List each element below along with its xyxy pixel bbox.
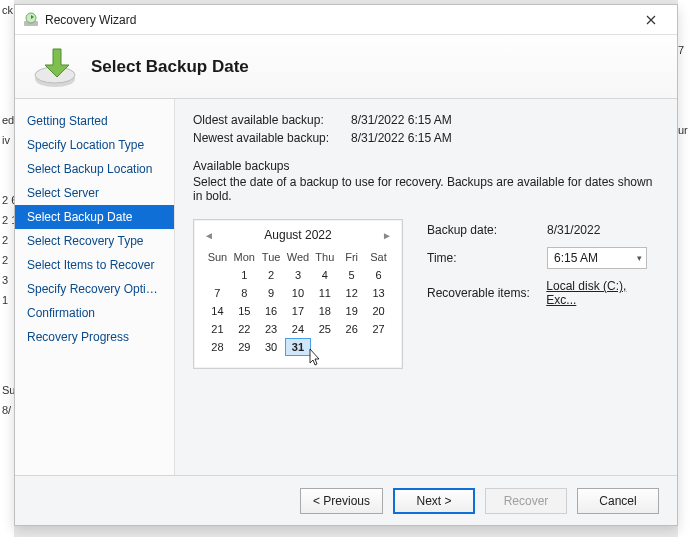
calendar-day[interactable]: 4: [311, 266, 338, 284]
calendar-week-row: 21222324252627: [204, 320, 392, 338]
wizard-steps-sidebar: Getting Started Specify Location Type Se…: [15, 99, 175, 475]
calendar-day[interactable]: 1: [231, 266, 258, 284]
calendar-week-row: 28293031: [204, 338, 392, 356]
calendar-day[interactable]: 2: [258, 266, 285, 284]
recover-button: Recover: [485, 488, 567, 514]
calendar-day[interactable]: 28: [204, 338, 231, 356]
calendar-day[interactable]: 11: [311, 284, 338, 302]
time-label: Time:: [427, 251, 547, 265]
time-value: 6:15 AM: [554, 251, 598, 265]
calendar-day[interactable]: 27: [365, 320, 392, 338]
weekday-mon: Mon: [231, 248, 258, 266]
calendar-day[interactable]: 22: [231, 320, 258, 338]
calendar-day[interactable]: 16: [258, 302, 285, 320]
weekday-tue: Tue: [258, 248, 285, 266]
app-icon: [23, 12, 39, 28]
backup-date-value: 8/31/2022: [547, 223, 600, 237]
calendar-day[interactable]: 25: [311, 320, 338, 338]
step-specify-recovery-options[interactable]: Specify Recovery Options: [15, 277, 174, 301]
next-button[interactable]: Next >: [393, 488, 475, 514]
calendar-day[interactable]: 19: [338, 302, 365, 320]
calendar-day[interactable]: 30: [258, 338, 285, 356]
calendar-day[interactable]: 18: [311, 302, 338, 320]
recovery-wizard-dialog: Recovery Wizard Select Backup Date Getti…: [14, 4, 678, 526]
calendar-day[interactable]: 8: [231, 284, 258, 302]
chevron-down-icon: ▾: [637, 253, 642, 263]
calendar-day[interactable]: 14: [204, 302, 231, 320]
recoverable-items-link[interactable]: Local disk (C:), Exc...: [546, 279, 659, 307]
step-select-backup-date[interactable]: Select Backup Date: [15, 205, 174, 229]
calendar-grid: Sun Mon Tue Wed Thu Fri Sat 123456789101…: [204, 248, 392, 356]
content-row: ◄ August 2022 ► Sun Mon Tue Wed Thu Fri …: [193, 219, 659, 369]
calendar-day[interactable]: 5: [338, 266, 365, 284]
calendar-day[interactable]: 20: [365, 302, 392, 320]
oldest-backup-label: Oldest available backup:: [193, 113, 343, 127]
time-dropdown[interactable]: 6:15 AM ▾: [547, 247, 647, 269]
backup-details: Backup date: 8/31/2022 Time: 6:15 AM ▾ R…: [427, 219, 659, 369]
cancel-button[interactable]: Cancel: [577, 488, 659, 514]
weekday-wed: Wed: [285, 248, 312, 266]
step-select-backup-location[interactable]: Select Backup Location: [15, 157, 174, 181]
calendar-day[interactable]: 15: [231, 302, 258, 320]
calendar-day[interactable]: 26: [338, 320, 365, 338]
wizard-main-panel: Oldest available backup: 8/31/2022 6:15 …: [175, 99, 677, 475]
calendar-title: August 2022: [214, 228, 382, 242]
weekday-sat: Sat: [365, 248, 392, 266]
wizard-body: Getting Started Specify Location Type Se…: [15, 99, 677, 475]
close-button[interactable]: [631, 9, 671, 31]
calendar-day: [338, 338, 365, 356]
calendar-day[interactable]: 31: [285, 338, 312, 356]
calendar-day[interactable]: 10: [285, 284, 312, 302]
calendar-day[interactable]: 29: [231, 338, 258, 356]
calendar-week-row: 123456: [204, 266, 392, 284]
available-backups-description: Select the date of a backup to use for r…: [193, 175, 659, 203]
calendar-day[interactable]: 13: [365, 284, 392, 302]
calendar-day[interactable]: 9: [258, 284, 285, 302]
step-getting-started[interactable]: Getting Started: [15, 109, 174, 133]
wizard-header-icon: [31, 43, 79, 91]
weekday-fri: Fri: [338, 248, 365, 266]
calendar-day[interactable]: 3: [285, 266, 312, 284]
calendar-day: [365, 338, 392, 356]
calendar-day[interactable]: 23: [258, 320, 285, 338]
backup-date-label: Backup date:: [427, 223, 547, 237]
weekday-sun: Sun: [204, 248, 231, 266]
calendar-day[interactable]: 17: [285, 302, 312, 320]
calendar-day[interactable]: 12: [338, 284, 365, 302]
step-select-recovery-type[interactable]: Select Recovery Type: [15, 229, 174, 253]
step-select-server[interactable]: Select Server: [15, 181, 174, 205]
calendar-next-month[interactable]: ►: [382, 230, 392, 241]
newest-backup-row: Newest available backup: 8/31/2022 6:15 …: [193, 131, 659, 145]
calendar-day: [204, 266, 231, 284]
calendar-prev-month[interactable]: ◄: [204, 230, 214, 241]
calendar-week-row: 78910111213: [204, 284, 392, 302]
previous-button[interactable]: < Previous: [300, 488, 383, 514]
calendar-day[interactable]: 24: [285, 320, 312, 338]
calendar-day[interactable]: 7: [204, 284, 231, 302]
background-right-strip: 7 ur: [678, 0, 692, 537]
recoverable-items-label: Recoverable items:: [427, 286, 546, 300]
calendar-weekday-row: Sun Mon Tue Wed Thu Fri Sat: [204, 248, 392, 266]
step-specify-location-type[interactable]: Specify Location Type: [15, 133, 174, 157]
weekday-thu: Thu: [311, 248, 338, 266]
calendar-day[interactable]: 21: [204, 320, 231, 338]
available-backups-label: Available backups: [193, 159, 659, 173]
window-title: Recovery Wizard: [45, 13, 631, 27]
step-recovery-progress[interactable]: Recovery Progress: [15, 325, 174, 349]
calendar-week-row: 14151617181920: [204, 302, 392, 320]
page-heading: Select Backup Date: [91, 57, 249, 77]
step-select-items-to-recover[interactable]: Select Items to Recover: [15, 253, 174, 277]
oldest-backup-row: Oldest available backup: 8/31/2022 6:15 …: [193, 113, 659, 127]
wizard-header: Select Backup Date: [15, 35, 677, 99]
calendar: ◄ August 2022 ► Sun Mon Tue Wed Thu Fri …: [193, 219, 403, 369]
newest-backup-label: Newest available backup:: [193, 131, 343, 145]
calendar-day: [311, 338, 338, 356]
background-left-strip: ck ed iv 2 6 2 1 2 2 3 1 Su 8/: [0, 0, 14, 537]
oldest-backup-value: 8/31/2022 6:15 AM: [351, 113, 452, 127]
newest-backup-value: 8/31/2022 6:15 AM: [351, 131, 452, 145]
titlebar: Recovery Wizard: [15, 5, 677, 35]
calendar-day[interactable]: 6: [365, 266, 392, 284]
wizard-footer: < Previous Next > Recover Cancel: [15, 475, 677, 525]
step-confirmation[interactable]: Confirmation: [15, 301, 174, 325]
